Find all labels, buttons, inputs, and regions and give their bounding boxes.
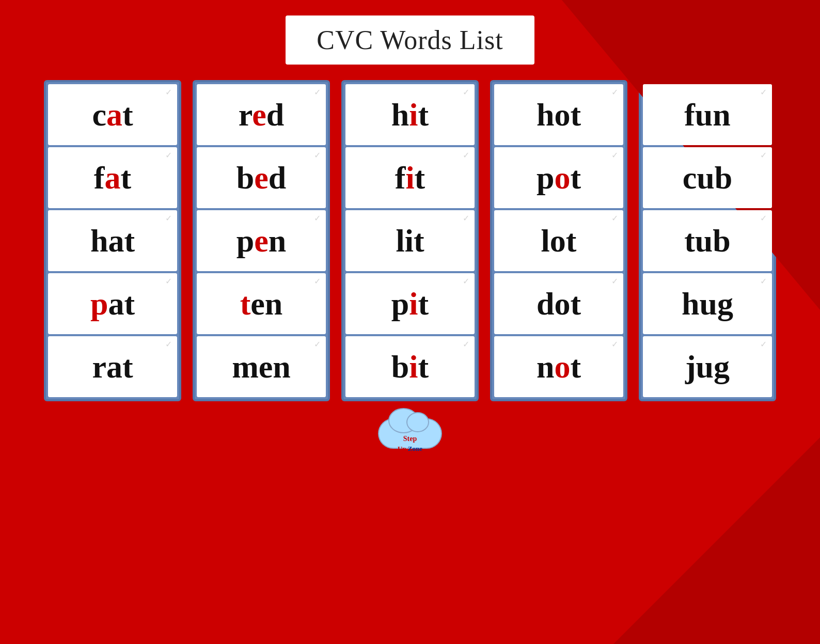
word-card: not [494, 336, 623, 397]
word-card: men [197, 336, 326, 397]
word-column-col-it: hitfitlitpitbit [341, 80, 479, 401]
word-text: tub [684, 225, 731, 257]
word-card: hit [345, 84, 475, 145]
word-column-col-ub: funcubtubhugjug [639, 80, 776, 401]
word-text: ten [240, 288, 283, 320]
word-text: jug [685, 351, 730, 383]
word-card: pot [494, 147, 623, 208]
logo-zone: Zone [408, 445, 422, 452]
word-column-col-ed: redbedpentenmen [193, 80, 330, 401]
word-text: pit [391, 288, 429, 320]
word-text: fat [94, 162, 131, 194]
word-card: bit [345, 336, 475, 397]
word-card: tub [643, 210, 772, 271]
word-text: hit [391, 99, 429, 131]
word-column-col-ot: hotpotlotdotnot [490, 80, 627, 401]
word-text: men [232, 351, 291, 383]
word-text: lit [396, 225, 424, 257]
word-card: hug [643, 273, 772, 334]
page-title: CVC Words List [286, 15, 534, 65]
word-text: hug [682, 288, 733, 320]
word-text: hat [90, 225, 135, 257]
word-text: dot [537, 288, 581, 320]
word-card: jug [643, 336, 772, 397]
word-card: hot [494, 84, 623, 145]
word-column-col-at: catfathatpatrat [44, 80, 181, 401]
word-card: pit [345, 273, 475, 334]
word-text: red [239, 99, 284, 131]
word-card: pat [48, 273, 177, 334]
word-card: fat [48, 147, 177, 208]
word-card: fun [643, 84, 772, 145]
word-text: lot [541, 225, 577, 257]
word-columns: catfathatpatratredbedpentenmenhitfitlitp… [0, 80, 820, 401]
word-card: ten [197, 273, 326, 334]
word-text: pot [537, 162, 581, 194]
word-card: fit [345, 147, 475, 208]
word-card: hat [48, 210, 177, 271]
word-text: bit [391, 351, 429, 383]
word-text: rat [92, 351, 133, 383]
logo: Step Up Zone [376, 412, 444, 453]
word-card: dot [494, 273, 623, 334]
word-text: hot [537, 99, 581, 131]
word-card: lit [345, 210, 475, 271]
logo-step: Step [376, 435, 444, 444]
word-card: cat [48, 84, 177, 145]
word-text: fit [395, 162, 425, 194]
word-text: pat [90, 288, 135, 320]
word-text: bed [236, 162, 287, 194]
logo-up: Up [398, 445, 408, 452]
word-card: pen [197, 210, 326, 271]
word-card: red [197, 84, 326, 145]
word-card: cub [643, 147, 772, 208]
word-text: not [537, 351, 581, 383]
word-text: fun [684, 99, 731, 131]
word-card: rat [48, 336, 177, 397]
word-card: lot [494, 210, 623, 271]
word-text: cat [92, 99, 133, 131]
word-text: cub [683, 162, 733, 194]
word-card: bed [197, 147, 326, 208]
word-text: pen [236, 225, 287, 257]
logo-container: Step Up Zone [0, 412, 820, 453]
